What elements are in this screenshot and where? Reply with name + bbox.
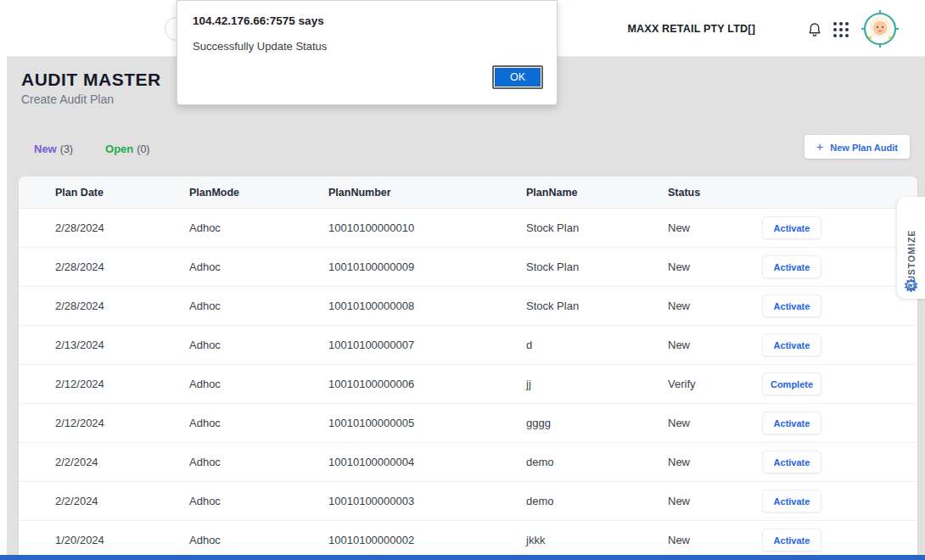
new-plan-audit-label: New Plan Audit (830, 143, 898, 153)
cell-plan-mode: Adhoc (189, 378, 328, 390)
complete-button[interactable]: Complete (762, 372, 821, 395)
company-name: MAXX RETAIL PTY LTD[] (628, 23, 756, 35)
cell-plan-date: 2/28/2024 (55, 221, 189, 234)
table-header-row: Plan Date PlanMode PlanNumber PlanName S… (19, 176, 917, 209)
ok-button[interactable]: OK (495, 68, 541, 87)
activate-button[interactable]: Activate (762, 216, 821, 239)
cell-plan-number: 10010100000010 (328, 221, 526, 234)
status-text: New (668, 417, 762, 429)
activate-button[interactable]: Activate (762, 255, 821, 278)
activate-button[interactable]: Activate (762, 451, 821, 473)
cell-plan-date: 2/28/2024 (55, 260, 189, 273)
user-avatar[interactable] (861, 9, 900, 48)
alert-dialog-title: 104.42.176.66:7575 says (193, 14, 324, 27)
cell-plan-date: 2/28/2024 (55, 300, 189, 312)
cell-plan-name: gggg (526, 417, 668, 429)
table-row: 2/28/2024 Adhoc 10010100000009 Stock Pla… (19, 248, 917, 287)
apps-grid-icon[interactable] (833, 21, 850, 38)
tab-open-count: (0) (137, 143, 149, 155)
cell-plan-date: 2/2/2024 (55, 495, 189, 507)
status-text: New (668, 260, 762, 273)
table-row: 2/12/2024 Adhoc 10010100000005 gggg New … (19, 404, 917, 443)
app-window: MAXX RETAIL PTY LTD[] (0, 0, 925, 560)
status-text: New (668, 339, 762, 351)
tab-open-label: Open (105, 143, 133, 155)
cell-plan-mode: Adhoc (189, 221, 328, 234)
plus-icon: + (816, 140, 823, 154)
cell-plan-name: demo (526, 495, 668, 507)
col-plan-name: PlanName (526, 187, 668, 199)
table-row: 2/28/2024 Adhoc 10010100000010 Stock Pla… (19, 209, 917, 248)
cell-plan-mode: Adhoc (189, 339, 328, 351)
activate-button[interactable]: Activate (762, 294, 821, 317)
audit-plan-table: Plan Date PlanMode PlanNumber PlanName S… (19, 176, 917, 560)
cell-plan-number: 10010100000004 (328, 456, 526, 468)
cell-plan-name: demo (526, 456, 668, 468)
tab-new[interactable]: New(3) (34, 143, 73, 155)
cell-plan-mode: Adhoc (189, 534, 328, 546)
col-plan-number: PlanNumber (328, 187, 526, 199)
table-row: 2/12/2024 Adhoc 10010100000006 jj Verify… (19, 365, 917, 404)
left-gutter (0, 0, 7, 555)
activate-button[interactable]: Activate (762, 490, 821, 512)
cell-plan-number: 10010100000009 (328, 260, 526, 273)
cell-plan-mode: Adhoc (189, 260, 328, 273)
activate-button[interactable]: Activate (762, 529, 821, 552)
cell-plan-number: 10010100000002 (328, 534, 526, 546)
cell-plan-name: jj (526, 378, 668, 390)
cell-plan-name: d (526, 339, 668, 351)
ok-button-focus-ring: OK (492, 65, 543, 89)
cell-plan-mode: Adhoc (189, 456, 328, 468)
cell-plan-number: 10010100000006 (328, 378, 526, 390)
status-text: New (668, 300, 762, 312)
table-row: 2/13/2024 Adhoc 10010100000007 d New Act… (19, 326, 917, 365)
col-plan-mode: PlanMode (189, 187, 328, 199)
status-text: New (668, 221, 762, 234)
table-row: 2/2/2024 Adhoc 10010100000004 demo New A… (19, 443, 917, 482)
col-plan-date: Plan Date (55, 187, 189, 199)
cell-plan-date: 1/20/2024 (55, 534, 189, 546)
bottom-accent-bar (0, 555, 925, 560)
table-row: 2/2/2024 Adhoc 10010100000003 demo New A… (19, 482, 917, 521)
status-tabs: New(3) Open(0) (34, 143, 150, 155)
cell-plan-name: Stock Plan (526, 221, 668, 234)
tab-new-label: New (34, 143, 57, 155)
new-plan-audit-button[interactable]: +New Plan Audit (804, 135, 910, 159)
status-text: Verify (668, 378, 762, 390)
table-row: 2/28/2024 Adhoc 10010100000008 Stock Pla… (19, 287, 917, 326)
cell-plan-date: 2/12/2024 (55, 417, 189, 429)
activate-button[interactable]: Activate (762, 412, 821, 434)
alert-dialog: 104.42.176.66:7575 says Successfully Upd… (177, 0, 558, 105)
status-text: New (668, 534, 762, 546)
cell-plan-mode: Adhoc (189, 417, 328, 429)
cell-plan-mode: Adhoc (189, 300, 328, 312)
notifications-bell-icon[interactable] (806, 21, 823, 38)
tab-new-count: (3) (60, 143, 73, 155)
page-subtitle: Create Audit Plan (21, 92, 114, 106)
status-text: New (668, 495, 762, 507)
cell-plan-date: 2/12/2024 (55, 378, 189, 390)
page-title: AUDIT MASTER (21, 70, 161, 90)
alert-dialog-message: Successfully Update Status (193, 40, 327, 53)
cell-plan-date: 2/13/2024 (55, 339, 189, 351)
cell-plan-name: Stock Plan (526, 300, 668, 312)
customize-panel-handle[interactable]: CUSTOMIZE ⚙ (897, 197, 925, 299)
cell-plan-mode: Adhoc (189, 495, 328, 507)
cell-plan-number: 10010100000003 (328, 495, 526, 507)
cell-plan-name: jkkk (526, 534, 668, 546)
cell-plan-number: 10010100000007 (328, 339, 526, 351)
tab-open[interactable]: Open(0) (105, 143, 150, 155)
col-status: Status (668, 187, 762, 199)
status-text: New (668, 456, 762, 468)
cell-plan-number: 10010100000005 (328, 417, 526, 429)
gear-icon[interactable]: ⚙ (903, 277, 919, 294)
cell-plan-name: Stock Plan (526, 260, 668, 273)
cell-plan-date: 2/2/2024 (55, 456, 189, 468)
cell-plan-number: 10010100000008 (328, 300, 526, 312)
activate-button[interactable]: Activate (762, 333, 821, 356)
